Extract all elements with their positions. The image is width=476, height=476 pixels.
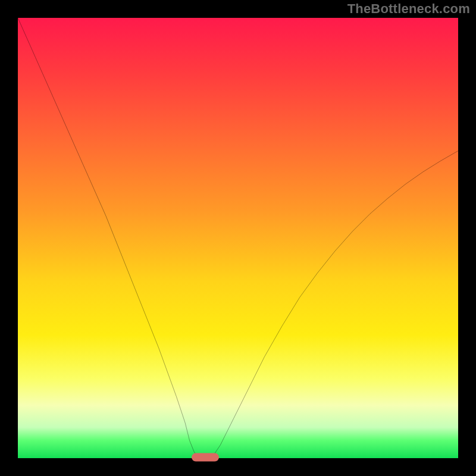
bottleneck-marker (192, 453, 219, 462)
right-curve (212, 151, 458, 458)
plot-area (18, 18, 458, 458)
left-curve (18, 18, 198, 458)
watermark-text: TheBottleneck.com (347, 1, 470, 17)
chart-frame: TheBottleneck.com (0, 0, 476, 476)
curve-layer (18, 18, 458, 458)
